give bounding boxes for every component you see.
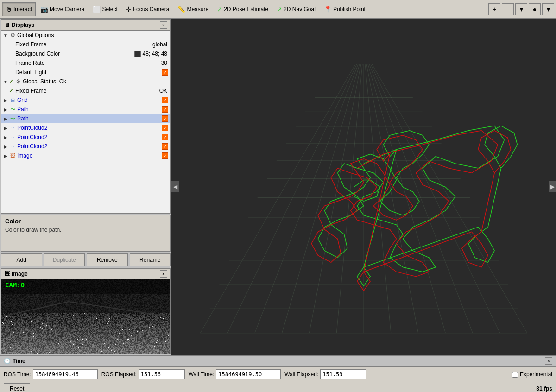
- duplicate-button[interactable]: Duplicate: [44, 253, 85, 266]
- 2d-pose-label: 2D Pose Estimate: [224, 6, 268, 13]
- wall-time-label: Wall Time:: [189, 371, 215, 378]
- ros-time-label: ROS Time:: [4, 371, 31, 378]
- select-icon: ⬜: [93, 6, 101, 13]
- pointcloud1-arrow: ▶: [2, 126, 9, 131]
- pointcloud3-arrow: ▶: [2, 144, 9, 149]
- pointcloud1-checkbox[interactable]: [162, 125, 168, 131]
- ros-time-input[interactable]: [33, 369, 98, 379]
- image-header-left: 🖼 Image: [4, 271, 28, 277]
- path2-checkbox[interactable]: [162, 115, 168, 122]
- fixed-frame-item[interactable]: Fixed Frame global: [1, 40, 170, 49]
- background-color-label: Background Color: [15, 51, 134, 57]
- ros-elapsed-group: ROS Elapsed:: [101, 369, 185, 379]
- rename-button[interactable]: Rename: [130, 253, 171, 266]
- 3d-viewport[interactable]: ◀ ▶: [171, 19, 556, 355]
- move-camera-icon: 📷: [40, 6, 48, 13]
- measure-label: Measure: [187, 6, 208, 13]
- image-close-button[interactable]: ×: [160, 270, 167, 278]
- 2d-nav-icon: ↗: [277, 6, 282, 13]
- wall-elapsed-input[interactable]: [320, 369, 366, 379]
- grid-arrow: ▶: [2, 98, 9, 103]
- fixed-frame-label: Fixed Frame: [15, 41, 152, 48]
- move-camera-button[interactable]: 📷 Move Camera: [37, 2, 88, 16]
- time-header: 🕐 Time ×: [0, 356, 556, 367]
- image-panel-title: Image: [12, 271, 28, 277]
- image-item[interactable]: ▶ 🖼 Image: [1, 151, 170, 160]
- grid-checkbox[interactable]: [162, 97, 168, 103]
- info-description: Color to draw the path.: [5, 227, 166, 233]
- time-close-button[interactable]: ×: [545, 357, 552, 365]
- global-options-item[interactable]: ▼ ⚙ Global Options: [1, 31, 170, 40]
- default-light-item[interactable]: Default Light: [1, 68, 170, 77]
- action-buttons: Add Duplicate Remove Rename: [0, 252, 171, 268]
- path1-item[interactable]: ▶ 〜 Path: [1, 105, 170, 114]
- interact-button[interactable]: 🖱 Interact: [2, 2, 36, 16]
- add-button[interactable]: Add: [1, 253, 42, 266]
- global-status-check: ✓: [9, 78, 13, 85]
- reset-button[interactable]: Reset: [4, 383, 30, 392]
- publish-point-icon: 📍: [324, 6, 332, 13]
- viewport-right-arrow[interactable]: ▶: [549, 181, 556, 192]
- image-arrow: ▶: [2, 153, 9, 158]
- frame-rate-item[interactable]: Frame Rate 30: [1, 58, 170, 68]
- fixed-frame-status-item[interactable]: ✓ Fixed Frame OK: [1, 86, 170, 95]
- ros-time-group: ROS Time:: [4, 369, 98, 379]
- add-icon-button[interactable]: +: [488, 3, 500, 15]
- pointcloud3-item[interactable]: ▶ ⁘ PointCloud2: [1, 142, 170, 151]
- close-icon: ×: [162, 23, 165, 28]
- path2-label: Path: [17, 115, 160, 122]
- wall-time-group: Wall Time:: [189, 369, 281, 379]
- background-color-item[interactable]: Background Color 48; 48; 48: [1, 49, 170, 58]
- displays-tree: ▼ ⚙ Global Options Fixed Frame global Ba…: [1, 31, 170, 213]
- measure-button[interactable]: 📏 Measure: [174, 2, 212, 16]
- viewport-left-arrow[interactable]: ◀: [171, 181, 179, 192]
- image-panel-icon: 🖼: [4, 271, 10, 277]
- interact-icon: 🖱: [6, 6, 12, 13]
- background-color-value: 48; 48; 48: [143, 51, 169, 57]
- fps-label: 31 fps: [536, 386, 552, 392]
- global-status-item[interactable]: ▼ ✓ ⚙ Global Status: Ok: [1, 77, 170, 86]
- dropdown-icon-button[interactable]: ▾: [515, 3, 527, 15]
- path1-checkbox[interactable]: [162, 106, 168, 113]
- wall-time-input[interactable]: [216, 369, 281, 379]
- frame-rate-value: 30: [161, 60, 169, 66]
- ros-elapsed-label: ROS Elapsed:: [101, 371, 137, 378]
- time-title: Time: [13, 358, 25, 364]
- camera-icon-button[interactable]: ●: [529, 3, 541, 15]
- select-label: Select: [102, 6, 117, 13]
- ros-elapsed-input[interactable]: [139, 369, 185, 379]
- pointcloud1-item[interactable]: ▶ ⁘ PointCloud2: [1, 123, 170, 133]
- pointcloud2-label: PointCloud2: [17, 134, 160, 140]
- toolbar: 🖱 Interact 📷 Move Camera ⬜ Select ✛ Focu…: [0, 0, 556, 19]
- focus-camera-button[interactable]: ✛ Focus Camera: [122, 2, 173, 16]
- image-checkbox[interactable]: [162, 152, 168, 159]
- remove-button[interactable]: Remove: [87, 253, 128, 266]
- path2-item[interactable]: ▶ 〜 Path: [1, 114, 170, 123]
- path1-label: Path: [17, 106, 160, 113]
- experimental-checkbox[interactable]: [512, 372, 518, 378]
- default-light-checkbox[interactable]: [162, 69, 168, 76]
- focus-camera-label: Focus Camera: [133, 6, 170, 13]
- displays-header: 🖥 Displays ×: [1, 20, 170, 31]
- wall-elapsed-group: Wall Elapsed:: [284, 369, 366, 379]
- 2d-nav-button[interactable]: ↗ 2D Nav Goal: [273, 2, 319, 16]
- displays-icon: 🖥: [4, 22, 10, 28]
- displays-close-button[interactable]: ×: [160, 21, 167, 29]
- cam-canvas: [1, 279, 170, 354]
- grid-item[interactable]: ▶ ⊞ Grid: [1, 95, 170, 105]
- pointcloud2-checkbox[interactable]: [162, 134, 168, 140]
- pointcloud3-checkbox[interactable]: [162, 143, 168, 150]
- 2d-nav-label: 2D Nav Goal: [284, 6, 316, 13]
- pointcloud2-item[interactable]: ▶ ⁘ PointCloud2: [1, 133, 170, 142]
- minus-icon-button[interactable]: —: [502, 3, 514, 15]
- grid-label: Grid: [17, 97, 160, 103]
- select-button[interactable]: ⬜ Select: [89, 2, 121, 16]
- wall-elapsed-label: Wall Elapsed:: [284, 371, 318, 378]
- status-bar: 🕐 Time × ROS Time: ROS Elapsed: Wall Tim…: [0, 355, 556, 392]
- publish-point-button[interactable]: 📍 Publish Point: [320, 2, 369, 16]
- measure-icon: 📏: [177, 6, 185, 13]
- fixed-frame-value: global: [152, 41, 169, 48]
- info-title: Color: [5, 218, 166, 225]
- 2d-pose-button[interactable]: ↗ 2D Pose Estimate: [213, 2, 272, 16]
- settings-dropdown-button[interactable]: ▾: [542, 3, 554, 15]
